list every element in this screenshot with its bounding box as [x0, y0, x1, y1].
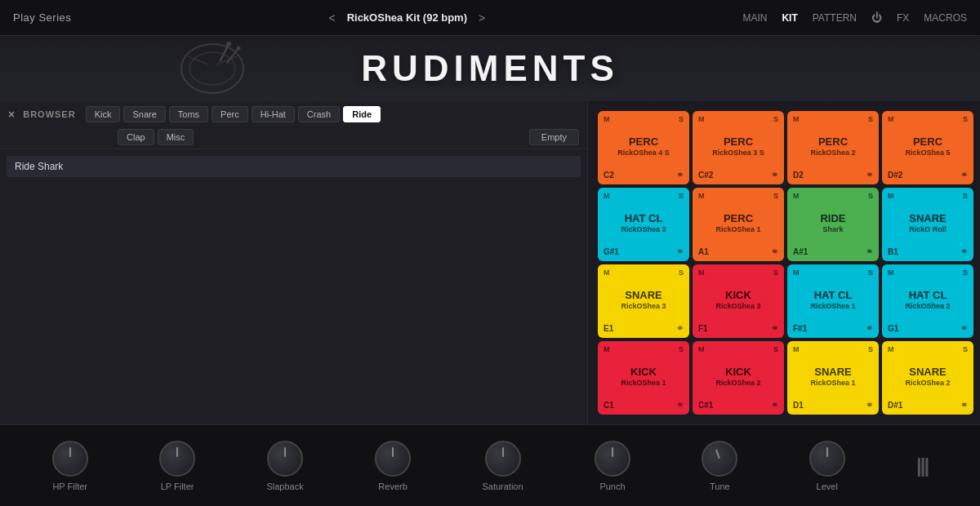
pad-solo[interactable]: S: [773, 192, 778, 200]
tab-macros[interactable]: MACROS: [924, 12, 967, 24]
pad[interactable]: M S PERC RickOShea 3 S C#2 ⚭: [693, 111, 784, 184]
pad-mute[interactable]: M: [888, 192, 894, 200]
pad-mute[interactable]: M: [793, 192, 800, 200]
pad-mute[interactable]: M: [793, 345, 800, 353]
pad-footer: B1 ⚭: [888, 246, 968, 257]
pad-solo[interactable]: S: [773, 269, 778, 277]
pad-mute[interactable]: M: [604, 192, 610, 200]
top-bar: Play Series < RickOShea Kit (92 bpm) > M…: [0, 0, 980, 36]
filter-crash[interactable]: Crash: [298, 106, 340, 122]
pad[interactable]: M S KICK RickOShea 1 C1 ⚭: [598, 341, 689, 415]
reverb-knob[interactable]: [375, 441, 411, 477]
pad[interactable]: M S SNARE RickOShea 1 D1 ⚭: [787, 341, 879, 415]
pad-link-icon[interactable]: ⚭: [960, 323, 968, 334]
pad-link-icon[interactable]: ⚭: [960, 400, 968, 411]
drum-decoration: [180, 40, 245, 97]
pad-mute[interactable]: M: [698, 192, 705, 200]
pad-solo[interactable]: S: [679, 269, 684, 277]
pad-mute[interactable]: M: [793, 269, 800, 277]
pad-mute[interactable]: M: [604, 269, 610, 277]
filter-perc[interactable]: Perc: [212, 106, 248, 122]
tab-main[interactable]: MAIN: [742, 12, 767, 24]
pad-solo[interactable]: S: [868, 345, 873, 353]
level-knob[interactable]: [809, 441, 845, 477]
pad-solo[interactable]: S: [679, 115, 684, 123]
pad[interactable]: M S HAT CL RickOShea 2 G1 ⚭: [882, 264, 973, 338]
filter-clap[interactable]: Clap: [118, 129, 154, 145]
pad-sub-label: RickO Roll: [888, 225, 968, 233]
pad[interactable]: M S HAT CL RickOShea 1 F#1 ⚭: [787, 264, 879, 338]
pad-link-icon[interactable]: ⚭: [866, 323, 873, 334]
punch-knob[interactable]: [595, 441, 630, 477]
pad-sub-label: RickOShea 1: [793, 379, 873, 387]
pad-link-icon[interactable]: ⚭: [960, 170, 968, 180]
pad-controls: M S: [888, 269, 968, 277]
filter-ride[interactable]: Ride: [343, 106, 381, 122]
pad-mute[interactable]: M: [698, 269, 705, 277]
pad-mute[interactable]: M: [793, 115, 800, 123]
pad-link-icon[interactable]: ⚭: [771, 323, 778, 334]
kit-next-button[interactable]: >: [479, 11, 485, 24]
pad[interactable]: M S HAT CL RickOShea 3 G#1 ⚭: [598, 188, 689, 261]
pad[interactable]: M S PERC RickOShea 5 D#2 ⚭: [882, 111, 973, 184]
pad-link-icon[interactable]: ⚭: [771, 170, 778, 180]
pad-link-icon[interactable]: ⚭: [866, 170, 873, 180]
pad-mute[interactable]: M: [888, 115, 894, 123]
browser-close-button[interactable]: ×: [8, 108, 15, 121]
pad-solo[interactable]: S: [963, 269, 968, 277]
pad-solo[interactable]: S: [868, 115, 873, 123]
pad[interactable]: M S KICK RickOShea 3 F1 ⚭: [693, 264, 784, 338]
power-icon[interactable]: ⏻: [871, 11, 882, 24]
filter-kick[interactable]: Kick: [86, 106, 121, 122]
pad-link-icon[interactable]: ⚭: [676, 170, 684, 180]
lp-filter-knob[interactable]: [159, 441, 195, 477]
pad-link-icon[interactable]: ⚭: [676, 246, 684, 257]
pad[interactable]: M S SNARE RickO Roll B1 ⚭: [882, 188, 973, 261]
pad-solo[interactable]: S: [679, 345, 684, 353]
filter-hihat[interactable]: Hi-Hat: [252, 106, 295, 122]
pad-mute[interactable]: M: [888, 345, 894, 353]
filter-snare[interactable]: Snare: [123, 106, 165, 122]
tab-fx[interactable]: FX: [897, 12, 909, 24]
pad-solo[interactable]: S: [868, 192, 873, 200]
pad[interactable]: M S PERC RickOShea 2 D2 ⚭: [787, 111, 879, 184]
pad[interactable]: M S PERC RickOShea 1 A1 ⚭: [693, 188, 784, 261]
pad[interactable]: M S RIDE Shark A#1 ⚭: [787, 188, 879, 261]
list-item[interactable]: Ride Shark: [7, 156, 581, 177]
pad-solo[interactable]: S: [868, 269, 873, 277]
pad-mute[interactable]: M: [888, 269, 894, 277]
pad[interactable]: M S SNARE RickOShea 2 D#1 ⚭: [882, 341, 973, 415]
filter-misc[interactable]: Misc: [158, 129, 194, 145]
pad[interactable]: M S KICK RickOShea 2 C#1 ⚭: [693, 341, 784, 415]
slapback-knob[interactable]: [267, 441, 303, 477]
saturation-knob[interactable]: [485, 441, 521, 477]
pad-mute[interactable]: M: [604, 115, 610, 123]
pad-mute[interactable]: M: [604, 345, 610, 353]
pad-footer: C#2 ⚭: [698, 170, 778, 180]
pad-mute[interactable]: M: [698, 115, 705, 123]
pad-solo[interactable]: S: [963, 345, 968, 353]
pad-solo[interactable]: S: [963, 115, 968, 123]
pad-mute[interactable]: M: [698, 345, 705, 353]
empty-button[interactable]: Empty: [529, 129, 579, 145]
kit-prev-button[interactable]: <: [328, 11, 335, 24]
tab-kit[interactable]: KIT: [782, 12, 797, 24]
tune-group: Tune: [702, 441, 737, 491]
tune-knob[interactable]: [702, 441, 737, 477]
pad-link-icon[interactable]: ⚭: [771, 400, 778, 411]
pad-solo[interactable]: S: [773, 115, 778, 123]
pad[interactable]: M S PERC RickOShea 4 S C2 ⚭: [598, 111, 689, 184]
pad-link-icon[interactable]: ⚭: [676, 400, 684, 411]
pad-solo[interactable]: S: [963, 192, 968, 200]
pad-link-icon[interactable]: ⚭: [771, 246, 778, 257]
pad-solo[interactable]: S: [773, 345, 778, 353]
pad-link-icon[interactable]: ⚭: [866, 246, 873, 257]
pad-link-icon[interactable]: ⚭: [866, 400, 873, 411]
pad-link-icon[interactable]: ⚭: [676, 323, 684, 334]
hp-filter-knob[interactable]: [52, 441, 88, 477]
filter-toms[interactable]: Toms: [169, 106, 208, 122]
tab-pattern[interactable]: PATTERN: [813, 12, 857, 24]
pad-solo[interactable]: S: [679, 192, 684, 200]
pad[interactable]: M S SNARE RickOShea 3 E1 ⚭: [598, 264, 689, 338]
pad-link-icon[interactable]: ⚭: [960, 246, 968, 257]
